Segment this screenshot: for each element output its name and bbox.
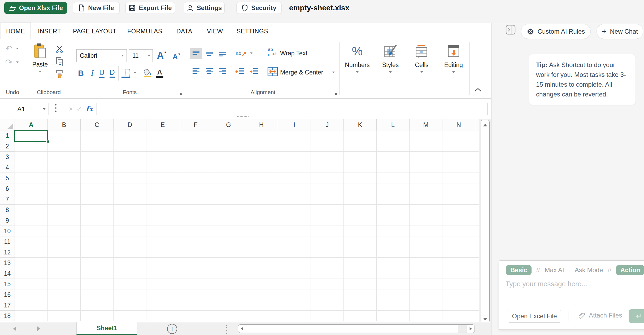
cell[interactable] [146, 268, 179, 279]
cell[interactable] [410, 258, 442, 268]
cell[interactable] [311, 279, 344, 289]
cell[interactable] [146, 289, 179, 300]
vertical-scrollbar[interactable] [481, 120, 490, 323]
cell[interactable] [475, 300, 479, 311]
export-file-button[interactable]: Export File [125, 2, 175, 14]
cell[interactable] [344, 279, 377, 289]
cell[interactable] [410, 162, 442, 173]
cell[interactable] [410, 205, 442, 215]
tab-formulas[interactable]: FORMULAS [127, 23, 162, 39]
cell[interactable] [81, 152, 114, 162]
cell[interactable] [212, 289, 245, 300]
cell[interactable] [48, 205, 81, 215]
tab-data[interactable]: DATA [176, 23, 192, 39]
cell[interactable] [146, 258, 179, 268]
cell[interactable] [442, 205, 475, 215]
new-file-button[interactable]: New File [73, 2, 120, 14]
row-header-12[interactable]: 12 [0, 247, 15, 258]
cell[interactable] [48, 300, 81, 311]
cell[interactable] [212, 194, 245, 205]
mode-max-ai[interactable]: Max AI [545, 266, 564, 274]
increase-font-button[interactable]: A▲ [155, 49, 169, 63]
cell[interactable] [442, 183, 475, 194]
cell[interactable] [475, 258, 479, 268]
cell[interactable] [311, 268, 344, 279]
cell[interactable] [377, 279, 410, 289]
cell[interactable] [114, 258, 146, 268]
cell[interactable] [311, 183, 344, 194]
cell[interactable] [442, 311, 475, 321]
cell[interactable] [114, 226, 146, 236]
cell[interactable] [245, 141, 278, 152]
cell[interactable] [344, 236, 377, 247]
row-header-17[interactable]: 17 [0, 300, 15, 311]
new-chat-button[interactable]: + New Chat [597, 24, 643, 39]
borders-dropdown-icon[interactable] [134, 72, 136, 74]
cell[interactable] [81, 289, 114, 300]
column-header-h[interactable]: H [245, 119, 278, 130]
cell[interactable] [311, 215, 344, 226]
cell[interactable] [377, 130, 410, 141]
cell[interactable] [48, 141, 81, 152]
row-header-10[interactable]: 10 [0, 226, 15, 236]
cell[interactable] [245, 194, 278, 205]
cell[interactable] [245, 215, 278, 226]
cell[interactable] [344, 247, 377, 258]
cell[interactable] [278, 236, 311, 247]
cell[interactable] [344, 130, 377, 141]
cell[interactable] [179, 152, 212, 162]
cell[interactable] [179, 258, 212, 268]
cell[interactable] [114, 247, 146, 258]
cell[interactable] [245, 311, 278, 321]
cell[interactable] [146, 226, 179, 236]
scroll-right-button[interactable] [467, 325, 475, 333]
cell[interactable] [48, 268, 81, 279]
cell[interactable] [311, 311, 344, 321]
cell[interactable] [15, 236, 48, 247]
cell[interactable] [245, 258, 278, 268]
cell[interactable] [15, 289, 48, 300]
orientation-button[interactable]: ab [234, 48, 248, 59]
cell[interactable] [15, 205, 48, 215]
cell[interactable] [114, 311, 146, 321]
cells-menu-button[interactable]: Cells [407, 43, 436, 74]
double-underline-button[interactable]: D [107, 67, 118, 79]
cell[interactable] [410, 183, 442, 194]
cell[interactable] [179, 194, 212, 205]
cell[interactable] [377, 226, 410, 236]
cell[interactable] [48, 215, 81, 226]
cell[interactable] [410, 194, 442, 205]
cell[interactable] [81, 236, 114, 247]
cell[interactable] [245, 162, 278, 173]
cell[interactable] [475, 152, 479, 162]
cell[interactable] [442, 300, 475, 311]
cell[interactable] [81, 194, 114, 205]
cell[interactable] [81, 130, 114, 141]
cell[interactable] [81, 162, 114, 173]
cell[interactable] [146, 141, 179, 152]
cell[interactable] [179, 236, 212, 247]
row-header-14[interactable]: 14 [0, 268, 15, 279]
merge-center-button[interactable] [267, 66, 279, 77]
copy-button[interactable] [54, 56, 65, 67]
cell[interactable] [475, 247, 479, 258]
cell[interactable] [114, 268, 146, 279]
cell[interactable] [48, 311, 81, 321]
wrap-text-button[interactable]: ab c [267, 46, 279, 58]
cell[interactable] [81, 173, 114, 183]
editing-menu-button[interactable]: Editing [439, 43, 468, 74]
formula-input[interactable] [100, 103, 488, 115]
cell[interactable] [475, 268, 479, 279]
align-left-button[interactable] [190, 66, 202, 77]
cell[interactable] [410, 279, 442, 289]
cell[interactable] [311, 247, 344, 258]
cell[interactable] [377, 247, 410, 258]
cell[interactable] [278, 268, 311, 279]
cell[interactable] [377, 141, 410, 152]
cell[interactable] [344, 162, 377, 173]
tab-insert[interactable]: INSERT [38, 23, 61, 39]
collapse-ribbon-button[interactable] [472, 85, 484, 94]
cell[interactable] [48, 183, 81, 194]
cell[interactable] [146, 215, 179, 226]
scroll-left-button[interactable] [238, 325, 246, 333]
